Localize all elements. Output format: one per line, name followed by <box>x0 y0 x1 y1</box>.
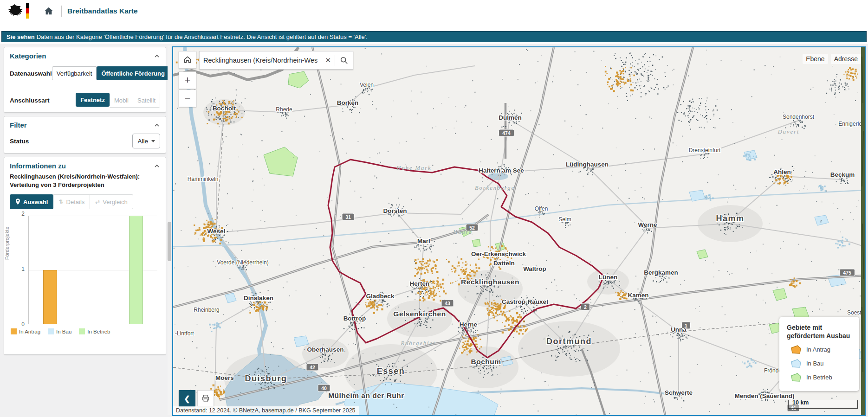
basemap[interactable]: 31524744321475464042 VelenRhedeHamminkel… <box>173 47 865 415</box>
collapse-sidebar-button[interactable]: ❮ <box>179 390 195 407</box>
page-title: Breitbandatlas Karte <box>67 7 138 15</box>
city-label: Duisburg <box>245 374 287 383</box>
chevron-up-icon[interactable] <box>154 163 160 169</box>
oeffentliche-foerderung-button[interactable]: Öffentliche Förderung <box>97 66 169 80</box>
svg-text:42: 42 <box>310 365 315 370</box>
chart-legend-item: In Bau <box>48 328 71 334</box>
city-label: Datteln <box>493 260 515 267</box>
map-home-button[interactable] <box>179 51 196 69</box>
chevron-up-icon[interactable] <box>154 122 160 128</box>
map-legend-items: In AntragIn BauIn Betrieb <box>787 345 853 382</box>
sidebar-scrollbar-thumb[interactable] <box>168 222 171 261</box>
motorway-shield: 31 <box>342 213 354 220</box>
city-label: Herne <box>460 321 478 328</box>
filter-card: Filter Status Alle <box>4 116 166 154</box>
city-label: -Lintfort <box>175 330 194 337</box>
map-home-icon <box>183 55 192 64</box>
city-label: Moers <box>215 374 234 381</box>
city-label: Kamen <box>628 292 648 299</box>
informationen-card: Informationen zu Recklinghausen (Kreis/N… <box>4 157 166 355</box>
chart-legend: In AntragIn BauIn Betrieb <box>11 328 110 334</box>
kategorien-title: Kategorien <box>10 52 46 60</box>
tab-details[interactable]: ⇅ Details <box>53 194 90 209</box>
mobil-button[interactable]: Mobil <box>110 93 133 107</box>
anschlussart-segment: Festnetz Mobil Satellit <box>76 93 160 108</box>
info-tabs: Auswahl ⇅ Details ⇄ Vergleich <box>10 194 160 209</box>
header-divider <box>61 6 62 17</box>
search-input[interactable] <box>200 57 321 64</box>
map-legend-item: In Bau <box>790 359 853 368</box>
tab-auswahl[interactable]: Auswahl <box>10 194 53 209</box>
city-label: Dülmen <box>499 114 522 121</box>
chart-plot-area <box>28 216 157 324</box>
clear-search-icon[interactable]: ✕ <box>321 56 335 64</box>
bar-in-antrag[interactable] <box>43 270 57 324</box>
city-label: Sendenhorst <box>783 114 815 120</box>
city-label: Rheinberg <box>194 307 219 313</box>
city-label: Lünen <box>599 274 618 281</box>
city-label: Castrop-Rauxel <box>502 298 548 305</box>
ebene-button[interactable]: Ebene <box>803 54 828 64</box>
compare-arrows-icon: ⇄ <box>95 199 100 205</box>
city-label: Waltrop <box>523 265 546 272</box>
bar-in-betrieb[interactable] <box>129 216 143 324</box>
svg-text:40: 40 <box>321 385 327 391</box>
chevron-up-icon[interactable] <box>154 53 160 59</box>
city-label: Bergkamen <box>644 269 678 276</box>
map-pin-icon <box>15 199 20 205</box>
map-legend-item: In Antrag <box>790 345 853 354</box>
zoom-in-button[interactable]: + <box>179 71 196 89</box>
svg-text:475: 475 <box>843 270 851 276</box>
search-icon[interactable] <box>335 56 353 64</box>
map[interactable]: 31524744321475464042 VelenRhedeHamminkel… <box>172 46 866 416</box>
zoom-out-button[interactable]: − <box>179 90 196 107</box>
tab-vergleich[interactable]: ⇄ Vergleich <box>90 194 133 209</box>
city-label: Gelsenkirchen <box>393 310 446 318</box>
city-label: Dorsten <box>383 207 407 214</box>
filter-title: Filter <box>10 121 27 129</box>
home-icon <box>44 6 54 16</box>
city-label: Olfen <box>535 205 548 212</box>
city-label: Soest <box>847 309 862 316</box>
status-dropdown[interactable]: Alle <box>132 134 160 148</box>
content-area: Kategorien Datenauswahl Verfügbarkeit Öf… <box>0 44 868 417</box>
motorway-shield: 43 <box>441 300 453 307</box>
terrain-label: Haard <box>453 229 473 235</box>
verfuegbarkeit-button[interactable]: Verfügbarkeit <box>52 66 97 80</box>
status-value: Alle <box>137 138 148 145</box>
city-label: Voerde (Niederrhein) <box>217 259 268 266</box>
federal-logo <box>6 3 29 19</box>
info-banner-text: Daten aus der Kategorie 'Öffentliche För… <box>37 33 368 40</box>
satellit-button[interactable]: Satellit <box>133 93 160 107</box>
city-label: Gladbeck <box>366 293 395 300</box>
city-label: Bochum <box>471 358 501 366</box>
terrain-label: Davert <box>777 128 800 135</box>
top-bar: Breitbandatlas Karte <box>0 0 868 22</box>
city-label: Recklinghausen <box>461 278 519 286</box>
layer-buttons: Ebene Adresse <box>803 54 861 64</box>
city-label: Drensteinfurt <box>689 147 721 154</box>
city-label: Marl <box>417 237 430 244</box>
terrain-label: Ruhrgebiet <box>400 340 435 346</box>
home-button[interactable] <box>42 4 56 18</box>
city-label: Werne <box>638 221 657 228</box>
terrain-label: Hohe Mark <box>396 165 431 171</box>
map-search-bar: ✕ <box>199 51 353 70</box>
city-label: Wesel <box>207 228 226 235</box>
sidebar-scrollbar-track[interactable] <box>168 45 171 415</box>
y-tick: 2 <box>21 211 25 217</box>
svg-text:474: 474 <box>502 130 511 136</box>
festnetz-button[interactable]: Festnetz <box>76 93 110 107</box>
scale-label: 10 km <box>792 399 809 406</box>
map-legend-item: In Betrieb <box>790 372 853 382</box>
city-label: Bocholt <box>213 105 236 112</box>
info-banner: Sie sehen Daten aus der Kategorie 'Öffen… <box>1 31 867 42</box>
print-button[interactable] <box>197 390 214 407</box>
motorway-shield: 475 <box>840 269 855 276</box>
city-label: Oer-Erkenschwick <box>471 250 526 257</box>
informationen-subtitle: Recklinghausen (Kreis/Nordrhein-Westfale… <box>10 173 149 189</box>
adresse-button[interactable]: Adresse <box>831 54 861 64</box>
svg-text:31: 31 <box>345 214 351 220</box>
sort-arrows-icon: ⇅ <box>58 199 63 205</box>
city-label: Ennigerloh <box>838 121 865 127</box>
